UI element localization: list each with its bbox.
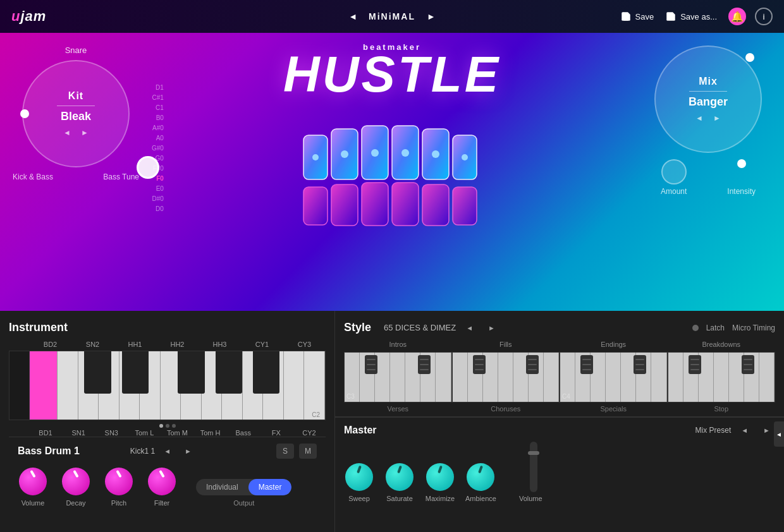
mute-button[interactable]: M [299, 444, 317, 459]
master-next-button[interactable]: ► [758, 424, 775, 437]
style-prev-button[interactable]: ◄ [461, 322, 478, 334]
piano-key-14[interactable] [304, 351, 325, 420]
mix-knob-arrows: ◄ ► [695, 114, 721, 123]
decay-knob[interactable] [61, 466, 91, 497]
ambience-knob[interactable] [465, 462, 496, 492]
seg-line [744, 364, 752, 365]
svg-point-9 [401, 149, 409, 157]
seg-f2 [526, 355, 539, 374]
maximize-knob[interactable] [425, 462, 455, 492]
bd-prev-button[interactable]: ◄ [159, 445, 176, 457]
kit-knob[interactable]: Kit Bleak ◄ ► [22, 60, 130, 167]
mix-knob-divider [689, 91, 727, 92]
bd-next-button[interactable]: ► [180, 445, 197, 457]
main-area: Snare Kit Bleak ◄ ► Kick & Bass Bass Tun… [0, 33, 784, 311]
volume-handle [528, 451, 539, 455]
save-as-label: Save as... [680, 12, 717, 21]
svg-rect-17 [453, 187, 477, 225]
save-as-button[interactable]: Save as... [665, 11, 717, 22]
seg-b1 [689, 355, 701, 374]
amount-knob[interactable] [661, 159, 687, 184]
mix-next-arrow[interactable]: ► [713, 114, 721, 123]
master-button[interactable]: Master [248, 479, 292, 495]
scroll-dot-1 [159, 424, 163, 428]
piano-key-13[interactable] [284, 351, 305, 420]
seg-line [528, 369, 537, 370]
piano-key-5[interactable] [119, 351, 140, 420]
piano-key-2[interactable] [58, 351, 78, 420]
pitch-knob[interactable] [104, 466, 134, 497]
master-prev-button[interactable]: ◄ [736, 424, 753, 437]
filter-knob[interactable] [147, 466, 177, 497]
preset-prev-button[interactable]: ◄ [343, 9, 362, 24]
piano-key-9[interactable] [202, 351, 223, 420]
piano-key-3[interactable] [78, 351, 99, 420]
piano-key-4[interactable] [99, 351, 119, 420]
snare-label: Snare [13, 45, 139, 55]
seg-line [528, 359, 537, 360]
info-button[interactable]: i [755, 8, 773, 25]
piano-key-6[interactable] [140, 351, 161, 420]
notification-button[interactable]: 🔔 [728, 8, 746, 25]
solo-button[interactable]: S [276, 444, 294, 459]
kit-knob-arrows: ◄ ► [63, 128, 89, 137]
specials-label: Specials [560, 405, 668, 413]
kit-prev-arrow[interactable]: ◄ [63, 128, 71, 137]
master-volume-slider[interactable] [530, 442, 537, 492]
sweep-knob[interactable] [344, 462, 374, 492]
ambience-knob-item: Ambience [465, 462, 496, 502]
verses-label: Verses [344, 405, 452, 413]
mix-panel: Mix Banger ◄ ► Amount Intensity [645, 45, 771, 196]
note-b0: B0 [156, 114, 164, 123]
c2-label: C2 [312, 411, 320, 418]
seg-1 [365, 355, 377, 374]
individual-button[interactable]: Individual [196, 479, 248, 495]
drum-label-sn2: SN2 [71, 341, 114, 348]
piano-key-1[interactable] [30, 351, 58, 420]
breakdowns-piano [668, 352, 776, 402]
saturate-knob[interactable] [384, 462, 415, 492]
piano-key-10[interactable] [222, 351, 243, 420]
intensity-label: Intensity [727, 187, 756, 196]
svg-point-7 [341, 150, 348, 158]
seg-line [367, 359, 376, 360]
piano-key-7[interactable] [161, 351, 181, 420]
maximize-label: Maximize [426, 495, 455, 502]
piano-key-8[interactable] [181, 351, 202, 420]
style-next-button[interactable]: ► [483, 322, 500, 334]
drum-label-sn3: SN3 [95, 429, 128, 437]
seg-line [582, 364, 591, 365]
drum-labels-top: BD2 SN2 HH1 HH2 HH3 CY1 CY3 [9, 341, 326, 348]
mix-knob-dot [745, 53, 754, 62]
preset-next-button[interactable]: ► [422, 9, 441, 24]
svg-point-6 [312, 154, 319, 160]
master-title: Master [344, 425, 377, 436]
svg-rect-15 [392, 183, 419, 226]
master-preset: Mix Preset ◄ ► [695, 424, 775, 437]
drum-label-bd2: BD2 [29, 341, 71, 348]
seg-line [690, 369, 699, 370]
drum-label-bd1: BD1 [29, 429, 62, 437]
stop-label: Stop [668, 405, 776, 413]
seg-e2 [634, 355, 646, 374]
save-as-icon [665, 11, 677, 22]
right-arrow-tab[interactable]: ◄ [774, 421, 784, 447]
volume-knob[interactable] [18, 466, 48, 497]
note-d0: D0 [156, 205, 164, 214]
segment-marks-intros [345, 355, 451, 374]
kit-knob-value: Bleak [61, 110, 91, 123]
svg-rect-16 [422, 184, 449, 226]
drum-label-toml: Tom L [128, 429, 161, 437]
volume-knob-inner [19, 468, 47, 495]
seg-line [635, 359, 644, 360]
kit-next-arrow[interactable]: ► [81, 128, 89, 137]
style-preset-name: 65 DICES & DIMEZ [384, 323, 456, 332]
tune-knob[interactable] [137, 156, 159, 179]
piano-key-11[interactable] [243, 351, 264, 420]
mix-knob[interactable]: Mix Banger ◄ ► [654, 45, 762, 153]
kit-panel: Snare Kit Bleak ◄ ► Kick & Bass Bass Tun… [13, 45, 139, 181]
save-button[interactable]: Save [620, 11, 654, 22]
mix-prev-arrow[interactable]: ◄ [695, 114, 703, 123]
piano-key-12[interactable] [263, 351, 284, 420]
sweep-knob-item: Sweep [344, 462, 374, 502]
